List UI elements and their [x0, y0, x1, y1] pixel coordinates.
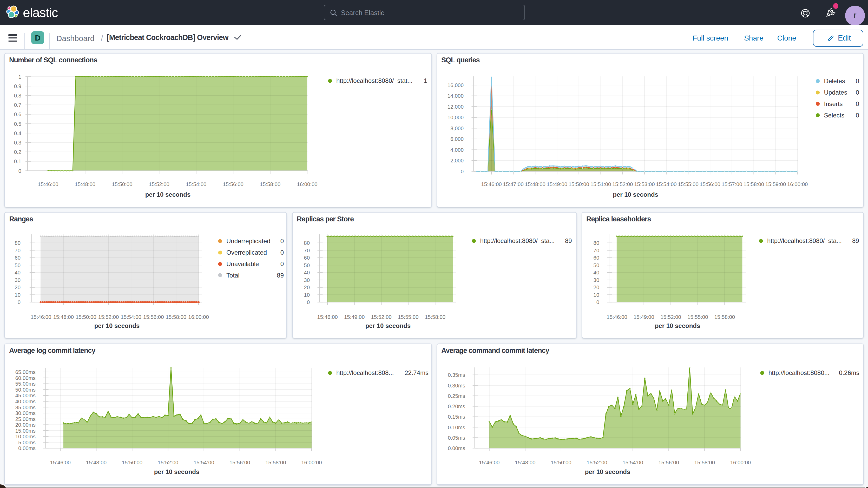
svg-text:0.15ms: 0.15ms [447, 414, 465, 419]
svg-text:0: 0 [856, 100, 859, 107]
svg-text:15:52:00: 15:52:00 [371, 314, 392, 320]
svg-text:12,000: 12,000 [447, 104, 463, 110]
svg-text:0.10ms: 0.10ms [447, 424, 465, 430]
svg-text:80: 80 [593, 240, 599, 246]
svg-text:50: 50 [304, 263, 310, 268]
svg-text:http://localhost:8080/_sta...: http://localhost:8080/_sta... [767, 237, 841, 244]
svg-text:15:46:00: 15:46:00 [31, 314, 52, 320]
svg-text:15:57:00: 15:57:00 [721, 181, 742, 187]
svg-text:per 10 seconds: per 10 seconds [365, 322, 411, 329]
svg-text:15:58:00: 15:58:00 [714, 314, 735, 320]
svg-text:0.8: 0.8 [14, 93, 21, 98]
svg-text:50: 50 [593, 263, 599, 268]
svg-text:5.00ms: 5.00ms [18, 439, 36, 445]
svg-text:Inserts: Inserts [824, 100, 842, 107]
svg-text:Selects: Selects [824, 112, 844, 119]
svg-text:15:56:00: 15:56:00 [700, 181, 720, 187]
svg-text:15:54:00: 15:54:00 [656, 181, 676, 187]
svg-text:15:49:00: 15:49:00 [344, 314, 364, 320]
svg-text:89: 89 [852, 237, 859, 244]
svg-text:0: 0 [18, 299, 21, 305]
svg-text:16:00:00: 16:00:00 [297, 181, 317, 187]
svg-text:14,000: 14,000 [447, 93, 463, 99]
svg-text:25.00ms: 25.00ms [16, 416, 36, 422]
svg-text:15:58:00: 15:58:00 [166, 314, 186, 320]
svg-text:15:55:00: 15:55:00 [678, 181, 698, 187]
svg-text:40: 40 [15, 270, 21, 275]
svg-text:35.00ms: 35.00ms [16, 404, 36, 410]
svg-text:15:46:00: 15:46:00 [479, 459, 499, 465]
svg-text:0.5: 0.5 [14, 121, 21, 127]
svg-text:0: 0 [856, 78, 859, 85]
svg-text:70: 70 [15, 248, 21, 253]
svg-text:30: 30 [304, 277, 310, 283]
svg-text:0.7: 0.7 [14, 102, 21, 108]
svg-text:15:49:00: 15:49:00 [633, 314, 654, 320]
svg-text:15:56:00: 15:56:00 [223, 181, 243, 187]
svg-text:22.74ms: 22.74ms [405, 369, 429, 376]
svg-text:0.35ms: 0.35ms [447, 372, 465, 377]
svg-text:http://localhost:8080/_sta...: http://localhost:8080/_sta... [480, 237, 554, 244]
svg-text:89: 89 [277, 272, 284, 279]
svg-text:15:48:00: 15:48:00 [53, 314, 74, 320]
svg-text:per 10 seconds: per 10 seconds [145, 191, 191, 198]
svg-text:15:48:00: 15:48:00 [75, 181, 95, 187]
svg-text:15:53:00: 15:53:00 [634, 181, 654, 187]
svg-text:15:55:00: 15:55:00 [687, 314, 708, 320]
svg-text:0.4: 0.4 [14, 130, 21, 136]
svg-text:15:56:00: 15:56:00 [229, 459, 250, 465]
svg-text:15:51:00: 15:51:00 [590, 181, 611, 187]
svg-text:15:52:00: 15:52:00 [149, 181, 169, 187]
svg-text:15:52:00: 15:52:00 [612, 181, 632, 187]
svg-text:per 10 seconds: per 10 seconds [655, 322, 700, 329]
svg-text:15:46:00: 15:46:00 [481, 181, 501, 187]
svg-text:6,000: 6,000 [450, 136, 463, 142]
svg-text:20: 20 [304, 284, 310, 290]
svg-text:15:52:00: 15:52:00 [158, 459, 178, 465]
svg-text:20: 20 [15, 284, 21, 290]
svg-text:per 10 seconds: per 10 seconds [585, 468, 630, 475]
svg-text:per 10 seconds: per 10 seconds [94, 322, 140, 329]
svg-text:15:56:00: 15:56:00 [144, 314, 164, 320]
svg-text:0: 0 [307, 299, 310, 305]
svg-text:0.26ms: 0.26ms [839, 369, 859, 376]
svg-text:0: 0 [596, 299, 599, 305]
svg-text:70: 70 [593, 248, 599, 253]
svg-text:30.00ms: 30.00ms [16, 410, 36, 416]
svg-text:0: 0 [19, 168, 21, 174]
svg-text:15:50:00: 15:50:00 [551, 459, 571, 465]
svg-text:30: 30 [15, 277, 21, 283]
svg-text:15:48:00: 15:48:00 [515, 459, 535, 465]
svg-text:0.30ms: 0.30ms [447, 383, 465, 388]
svg-text:15:58:00: 15:58:00 [260, 181, 280, 187]
svg-text:10.00ms: 10.00ms [16, 433, 36, 439]
svg-text:http://localhost:808...: http://localhost:808... [336, 369, 394, 376]
svg-text:80: 80 [304, 240, 310, 246]
svg-text:http://localhost:8080/_stat...: http://localhost:8080/_stat... [336, 77, 413, 84]
svg-text:8,000: 8,000 [450, 125, 463, 131]
svg-text:15:46:00: 15:46:00 [50, 459, 71, 465]
svg-text:0: 0 [856, 112, 859, 119]
svg-text:15:50:00: 15:50:00 [122, 459, 143, 465]
svg-text:16:00:00: 16:00:00 [188, 314, 209, 320]
svg-text:40: 40 [304, 270, 310, 275]
svg-text:15:48:00: 15:48:00 [86, 459, 106, 465]
svg-text:15:46:00: 15:46:00 [38, 181, 58, 187]
svg-text:15:54:00: 15:54:00 [121, 314, 142, 320]
svg-text:89: 89 [565, 237, 572, 244]
svg-text:0: 0 [280, 249, 284, 256]
svg-text:15:59:00: 15:59:00 [765, 181, 786, 187]
svg-text:55.00ms: 55.00ms [16, 381, 36, 387]
svg-text:16:00:00: 16:00:00 [301, 459, 322, 465]
svg-text:0: 0 [461, 169, 463, 174]
svg-text:20: 20 [593, 284, 599, 290]
svg-text:0: 0 [280, 261, 284, 267]
svg-text:40.00ms: 40.00ms [16, 398, 36, 404]
svg-text:15:48:00: 15:48:00 [525, 181, 545, 187]
svg-text:Total: Total [227, 272, 240, 279]
svg-text:15:56:00: 15:56:00 [658, 459, 679, 465]
svg-text:0.20ms: 0.20ms [447, 403, 465, 409]
svg-text:15:46:00: 15:46:00 [317, 314, 337, 320]
svg-text:15:52:00: 15:52:00 [98, 314, 119, 320]
svg-text:15:50:00: 15:50:00 [568, 181, 589, 187]
